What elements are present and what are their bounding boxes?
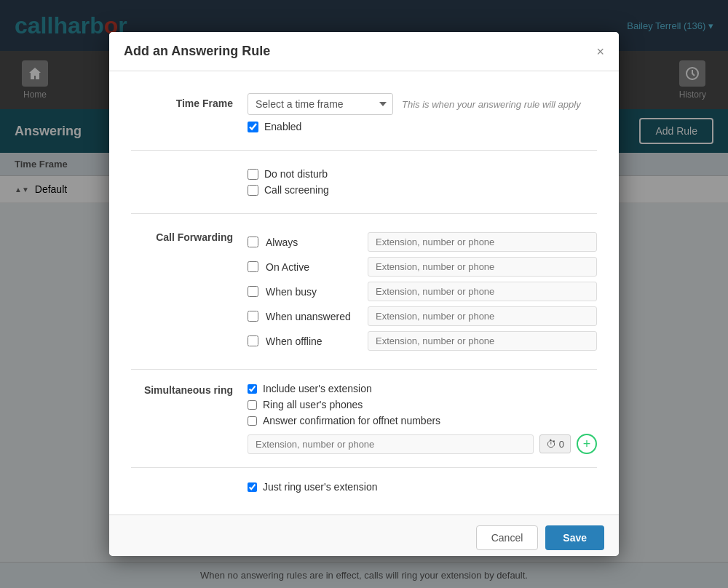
answer-confirmation-checkbox[interactable] xyxy=(248,416,257,426)
options-label xyxy=(131,164,233,168)
include-extension-checkbox[interactable] xyxy=(248,384,257,394)
dnd-label: Do not disturb xyxy=(264,168,328,180)
always-input[interactable] xyxy=(368,232,597,252)
time-frame-select-row: Select a time frame This is when your an… xyxy=(248,93,597,115)
modal-footer: Cancel Save xyxy=(109,514,619,556)
when-unanswered-checkbox[interactable] xyxy=(248,311,258,322)
call-screening-label: Call screening xyxy=(264,184,329,196)
ring-all-phones-checkbox[interactable] xyxy=(248,400,257,410)
when-busy-input[interactable] xyxy=(368,282,597,301)
on-active-input[interactable] xyxy=(368,257,597,277)
timer-icon: ⏱ xyxy=(546,438,556,450)
on-active-label: On Active xyxy=(266,261,360,273)
cancel-button[interactable]: Cancel xyxy=(476,525,539,550)
when-offline-label: When offline xyxy=(266,335,360,347)
time-frame-select[interactable]: Select a time frame xyxy=(248,93,393,115)
when-busy-row: When busy xyxy=(248,282,597,301)
call-screening-row: Call screening xyxy=(248,184,597,196)
close-button[interactable]: × xyxy=(596,45,604,58)
timer-badge: ⏱ 0 xyxy=(539,434,571,453)
when-busy-checkbox[interactable] xyxy=(248,286,258,297)
always-label: Always xyxy=(266,237,360,248)
when-unanswered-label: When unanswered xyxy=(266,311,360,322)
always-row: Always xyxy=(248,232,597,252)
modal-body: Time Frame Select a time frame This is w… xyxy=(109,71,619,514)
just-ring-checkbox[interactable] xyxy=(248,482,257,492)
just-ring-label: Just ring user's extension xyxy=(263,481,378,493)
modal-title: Add an Answering Rule xyxy=(124,44,270,59)
when-unanswered-row: When unanswered xyxy=(248,306,597,326)
divider-3 xyxy=(131,369,597,370)
dnd-checkbox[interactable] xyxy=(248,169,258,180)
ring-all-phones-row: Ring all user's phones xyxy=(248,399,597,410)
call-forwarding-label: Call Forwarding xyxy=(131,227,233,243)
when-offline-checkbox[interactable] xyxy=(248,335,258,346)
on-active-row: On Active xyxy=(248,257,597,277)
divider-1 xyxy=(131,150,597,151)
dnd-row: Do not disturb xyxy=(248,168,597,180)
answer-confirmation-row: Answer confirmation for offnet numbers xyxy=(248,415,597,426)
sim-ring-input-row: ⏱ 0 + xyxy=(248,434,597,454)
options-row: Do not disturb Call screening xyxy=(131,156,597,207)
on-active-checkbox[interactable] xyxy=(248,261,258,272)
call-forwarding-row: Call Forwarding Always On Active Wh xyxy=(131,220,597,363)
save-button[interactable]: Save xyxy=(545,525,604,550)
modal: Add an Answering Rule × Time Frame Selec… xyxy=(109,32,619,556)
time-frame-hint: This is when your answering rule will ap… xyxy=(402,99,581,110)
sim-ring-label: Simultaneous ring xyxy=(131,383,233,396)
call-forwarding-content: Always On Active When busy xyxy=(248,227,597,356)
just-ring-row: Just ring user's extension xyxy=(131,474,597,500)
divider-4 xyxy=(131,467,597,468)
sim-ring-content: Include user's extension Ring all user's… xyxy=(248,383,597,454)
add-sim-ring-button[interactable]: + xyxy=(577,434,597,454)
ring-all-phones-label: Ring all user's phones xyxy=(263,399,363,410)
time-frame-label: Time Frame xyxy=(131,93,233,109)
answer-confirmation-label: Answer confirmation for offnet numbers xyxy=(263,415,440,426)
enabled-row: Enabled xyxy=(248,121,597,132)
when-unanswered-input[interactable] xyxy=(368,306,597,326)
include-extension-label: Include user's extension xyxy=(263,383,372,394)
when-busy-label: When busy xyxy=(266,286,360,298)
options-content: Do not disturb Call screening xyxy=(248,164,597,200)
time-frame-row: Time Frame Select a time frame This is w… xyxy=(131,86,597,144)
include-extension-row: Include user's extension xyxy=(248,383,597,394)
modal-header: Add an Answering Rule × xyxy=(109,32,619,71)
when-offline-row: When offline xyxy=(248,331,597,351)
sim-ring-form-row: Simultaneous ring Include user's extensi… xyxy=(131,376,597,461)
time-frame-content: Select a time frame This is when your an… xyxy=(248,93,597,137)
sim-ring-extension-input[interactable] xyxy=(248,434,534,454)
enabled-label: Enabled xyxy=(264,121,301,132)
when-offline-input[interactable] xyxy=(368,331,597,351)
always-checkbox[interactable] xyxy=(248,237,258,247)
timer-value: 0 xyxy=(559,439,564,450)
modal-overlay: Add an Answering Rule × Time Frame Selec… xyxy=(0,0,728,588)
enabled-checkbox[interactable] xyxy=(248,122,258,132)
call-screening-checkbox[interactable] xyxy=(248,185,258,196)
divider-2 xyxy=(131,213,597,214)
